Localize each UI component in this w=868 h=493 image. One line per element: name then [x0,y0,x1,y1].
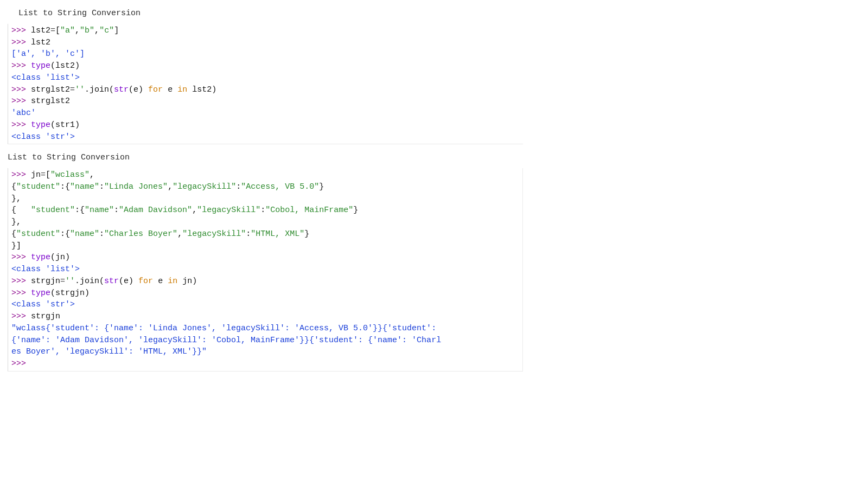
code-text: , [168,182,173,191]
repl-output: "wclass{'student': {'name': 'Linda Jones… [11,324,436,333]
string-literal: "legacySkill" [197,206,260,215]
string-literal: "a" [60,26,75,35]
code-text: : [75,206,80,215]
code-text: lst2 [31,38,50,47]
keyword: in [168,277,177,286]
code-text: (str1) [50,120,80,130]
code-text: }, [11,194,21,203]
string-literal: "name" [70,229,99,239]
repl-output: es Boyer', 'legacySkill': 'HTML, XML'}}" [11,347,207,356]
code-text: } [353,206,358,215]
string-literal: "legacySkill" [182,229,246,239]
string-literal: "HTML, XML" [251,229,304,239]
page-content: List to String Conversion >>> lst2=["a",… [0,0,868,372]
code-text: : [236,182,241,191]
repl-output: <class 'str'> [11,132,75,142]
string-literal: "Cobol, MainFrame" [265,206,353,215]
code-text: ] [114,26,119,35]
string-literal: "name" [70,182,99,191]
builtin-call: type [31,289,50,298]
repl-prompt: >>> [11,277,31,286]
code-text: strgjn [31,277,60,286]
repl-prompt: >>> [11,97,31,106]
code-text: [ [46,170,50,180]
heading-2: List to String Conversion [0,152,868,164]
code-text: : [60,182,65,191]
repl-prompt: >>> [11,170,31,180]
code-text: : [60,229,65,239]
repl-prompt: >>> [11,61,31,71]
code-text: : [114,206,119,215]
string-literal: "student" [31,206,75,215]
string-literal: "legacySkill" [173,182,236,191]
code-text: jn) [177,277,197,286]
string-literal: "student" [16,182,60,191]
repl-prompt: >>> [11,289,31,298]
code-text: , [192,206,197,215]
code-text: }] [11,241,21,251]
code-text: (strgjn) [50,289,90,298]
string-literal: "Access, VB 5.0" [241,182,319,191]
string-literal: "wclass" [50,170,90,180]
code-text: strgjn [31,312,60,321]
code-text: lst2) [187,85,216,94]
code-text: } [304,229,309,239]
code-text: jn [31,170,41,180]
string-literal: '' [75,85,85,94]
code-text: (e) [129,85,148,94]
builtin-call: str [114,85,129,94]
code-text: [ [55,26,60,35]
code-block-1: >>> lst2=["a","b","c"] >>> lst2 ['a', 'b… [8,24,523,145]
code-text: { [11,182,16,191]
code-text: : [99,229,104,239]
code-text: strglst2 [31,97,70,106]
repl-prompt: >>> [11,312,31,321]
repl-output: <class 'list'> [11,265,80,274]
code-text: (lst2) [50,61,80,71]
repl-output: {'name': 'Adam Davidson', 'legacySkill':… [11,336,441,345]
string-literal: "name" [85,206,114,215]
builtin-call: str [104,277,119,286]
repl-output: <class 'str'> [11,300,75,309]
code-text: = [60,277,65,286]
code-text: , [94,26,99,35]
code-text: { [11,229,16,239]
code-text: strglst2 [31,85,70,94]
code-text: = [70,85,75,94]
code-text: } [319,182,324,191]
code-text: (jn) [50,253,70,262]
code-text: , [177,229,182,239]
repl-prompt: >>> [11,85,31,94]
keyword: in [177,85,187,94]
string-literal: "Linda Jones" [104,182,168,191]
string-literal: "c" [99,26,114,35]
code-text: = [41,170,46,180]
string-literal: "b" [80,26,94,35]
code-text: : [99,182,104,191]
code-text: (e) [119,277,138,286]
code-text: { [80,206,85,215]
code-text: { [65,182,70,191]
heading-1: List to String Conversion [0,8,868,20]
repl-prompt: >>> [11,253,31,262]
code-text: .join( [85,85,114,94]
code-text: { [65,229,70,239]
builtin-call: type [31,120,50,130]
code-text: }, [11,217,21,227]
code-text: e [153,277,168,286]
repl-output: <class 'list'> [11,73,80,82]
keyword: for [138,277,153,286]
repl-prompt: >>> [11,26,31,35]
builtin-call: type [31,61,50,71]
repl-output: ['a', 'b', 'c'] [11,49,85,59]
builtin-call: type [31,253,50,262]
string-literal: "student" [16,229,60,239]
code-block-2: >>> jn=["wclass", {"student":{"name":"Li… [8,168,523,372]
repl-prompt: >>> [11,120,31,130]
string-literal: "Adam Davidson" [119,206,192,215]
code-text: e [163,85,177,94]
code-text: { [11,206,31,215]
string-literal: "Charles Boyer" [104,229,177,239]
code-text: : [246,229,251,239]
repl-output: 'abc' [11,108,36,118]
